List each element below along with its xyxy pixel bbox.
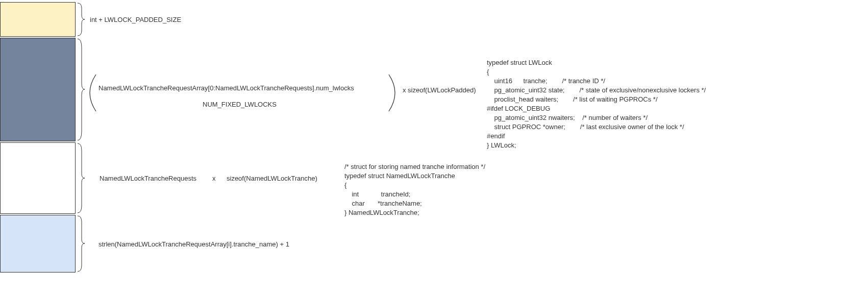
brace-2 [77,38,86,141]
brace-3 [77,142,86,214]
diagram-root: int + LWLOCK_PADDED_SIZE NamedLWLockTran… [0,0,868,297]
block-2 [0,38,76,141]
row1-label: int + LWLOCK_PADDED_SIZE [90,16,181,23]
row4-label: strlen(NamedLWLockTrancheRequestArray[i]… [98,240,289,248]
brace-1 [77,2,86,37]
row3-right-label: sizeof(NamedLWLockTranche) [227,175,317,182]
row3-x-label: x [212,175,216,182]
code-lwlock: typedef struct LWLock { uint16 tranche; … [487,58,706,150]
left-paren-large [89,73,98,112]
row2-paren-line2: NUM_FIXED_LWLOCKS [203,101,277,108]
row3-left-label: NamedLWLockTrancheRequests [100,175,196,182]
block-1 [0,2,76,37]
row2-paren-line1: NamedLWLockTrancheRequestArray[0:NamedLW… [98,84,354,92]
brace-4 [77,215,86,273]
code-named-tranche: /* struct for storing named tranche info… [344,162,485,217]
row2-mult-label: x sizeof(LWLockPadded) [403,86,476,94]
block-3 [0,142,76,214]
block-4 [0,215,76,273]
right-paren-large [387,73,396,112]
